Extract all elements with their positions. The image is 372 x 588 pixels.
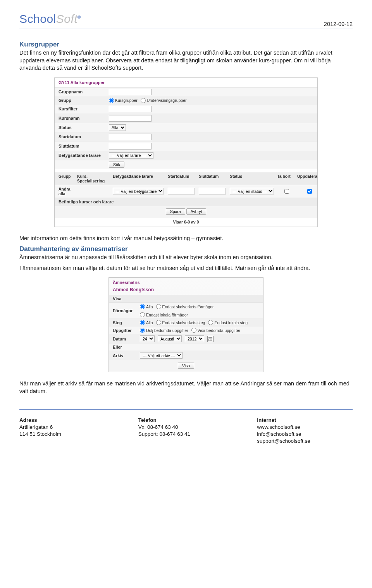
label-formagor: Förmågor <box>113 308 140 313</box>
header-rule <box>19 29 353 29</box>
screenshot-kursgrupper: GY11 Alla kursgrupper Gruppnamn Grupp Ku… <box>54 77 318 227</box>
th-grupp: Grupp <box>59 174 76 183</box>
footer-tel-1: Vx: 08-674 63 40 <box>138 424 234 431</box>
footer-adress-1: Artillerigatan 6 <box>19 424 115 431</box>
panel2-name: Ahmed Bengtsson <box>109 287 263 295</box>
radio-steg-alla[interactable]: Alla <box>140 320 153 325</box>
footer-tel-2: Support: 08-674 63 41 <box>138 431 234 438</box>
label-status: Status <box>59 125 109 130</box>
th-status: Status <box>230 174 276 183</box>
pager: Visar 0-0 av 0 <box>55 218 317 227</box>
label-eller: Eller <box>113 345 140 349</box>
th-slut: Slutdatum <box>199 174 228 183</box>
radio-uppg-dolj[interactable]: Dölj bedömda uppgifter <box>140 328 188 333</box>
label-betyg: Betygsättande lärare <box>59 153 109 158</box>
label-startdatum: Startdatum <box>59 134 109 139</box>
para-2: Mer information om detta finns inom kort… <box>19 235 353 242</box>
footer-net-2: info@schoolsoft.se <box>257 431 353 438</box>
input-startdatum[interactable] <box>109 134 152 140</box>
input-kursfilter[interactable] <box>109 106 152 112</box>
select-day[interactable]: 24 <box>140 335 155 342</box>
para-4: I ämnesmatrisen kan man välja ett datum … <box>19 265 353 272</box>
cell-andra-alla: Ändra alla <box>59 187 76 196</box>
label-datum: Datum <box>113 337 140 341</box>
radio-undervisningsgrupper[interactable]: Undervisningsgrupper <box>141 98 187 103</box>
select-row-status[interactable]: --- Välj en status --- <box>230 188 274 194</box>
table-row: Ändra alla --- Välj en betygsättare --- … <box>55 185 317 198</box>
label-grupp: Grupp <box>59 98 109 103</box>
section-befintliga: Befintliga kurser och lärare <box>55 198 317 206</box>
table-header: Grupp Kurs, Specialisering Betygsättande… <box>55 172 317 185</box>
section-visa: Visa <box>109 295 263 303</box>
label-kursfilter: Kursfilter <box>59 107 109 111</box>
para-1: Det finns en ny filtreringsfunktion där … <box>19 49 353 72</box>
th-tabort: Ta bort <box>277 174 296 183</box>
para-5: När man väljer ett arkiv så får man se m… <box>19 380 353 395</box>
logo-part1: School <box>19 12 56 25</box>
select-betygsattare[interactable]: --- Välj en betygsättare --- <box>113 188 164 194</box>
footer-net-h: Internet <box>257 417 353 424</box>
label-arkiv: Arkiv <box>113 353 140 358</box>
select-year[interactable]: 2012 <box>185 335 204 342</box>
label-uppgifter: Uppgifter <box>113 328 140 333</box>
logo-registered: ® <box>78 15 81 19</box>
input-slutdatum[interactable] <box>109 143 152 150</box>
document-date: 2012-09-12 <box>324 21 353 27</box>
heading-datumhantering: Datumhantering av ämnesmatriser <box>19 245 353 253</box>
radio-undervisningsgrupper-label: Undervisningsgrupper <box>147 98 187 103</box>
calendar-icon[interactable] <box>207 336 214 342</box>
footer-rule <box>19 409 353 410</box>
checkbox-uppdatera[interactable] <box>307 189 312 194</box>
th-kurs: Kurs, Specialisering <box>77 174 111 183</box>
panel2-title: Ämnesmatris <box>109 278 263 287</box>
th-betyg: Betygsättande lärare <box>113 174 166 183</box>
radio-steg-lokala[interactable]: Endast lokala steg <box>208 320 248 325</box>
input-row-start[interactable] <box>168 188 195 194</box>
radio-formagor-skolverket-label: Endast skolverkets förmågor <box>162 304 214 309</box>
radio-kursgrupper[interactable]: Kursgrupper <box>109 98 138 103</box>
radio-uppg-visa[interactable]: Visa bedömda uppgifter <box>191 328 241 333</box>
screenshot-amnesmatris: Ämnesmatris Ahmed Bengtsson Visa Förmågo… <box>108 277 264 372</box>
button-visa[interactable]: Visa <box>178 363 194 369</box>
radio-steg-lokala-label: Endast lokala steg <box>214 320 248 325</box>
th-uppdatera: Uppdatera <box>297 174 321 183</box>
footer: Adress Artillerigatan 6 114 51 Stockholm… <box>19 417 353 445</box>
radio-formagor-alla-label: Alla <box>146 304 153 309</box>
footer-adress-h: Adress <box>19 417 115 424</box>
input-gruppnamn[interactable] <box>109 89 152 95</box>
button-sok[interactable]: Sök <box>109 162 124 168</box>
input-row-slut[interactable] <box>199 188 226 194</box>
footer-tel-h: Telefon <box>138 417 234 424</box>
select-status[interactable]: Alla <box>109 124 126 131</box>
radio-formagor-lokala[interactable]: Endast lokala förmågor <box>140 312 188 317</box>
select-month[interactable]: Augusti <box>158 335 182 342</box>
label-steg: Steg <box>113 320 140 325</box>
label-gruppnamn: Gruppnamn <box>59 89 109 94</box>
radio-formagor-lokala-label: Endast lokala förmågor <box>146 313 188 317</box>
logo: SchoolSoft® <box>19 12 81 26</box>
panel-footer: Spara Avbryt <box>55 206 317 218</box>
panel2-footer: Visa <box>109 360 263 372</box>
footer-net-1: www.schoolsoft.se <box>257 424 353 431</box>
button-avbryt[interactable]: Avbryt <box>186 208 207 215</box>
heading-kursgrupper: Kursgrupper <box>19 41 353 48</box>
footer-adress-2: 114 51 Stockholm <box>19 431 115 438</box>
select-larare[interactable]: --- Välj en lärare --- <box>109 152 153 159</box>
checkbox-tabort[interactable] <box>284 189 289 194</box>
radio-steg-skolverket-label: Endast skolverkets steg <box>162 320 205 325</box>
radio-uppg-dolj-label: Dölj bedömda uppgifter <box>146 328 188 333</box>
th-start: Startdatum <box>168 174 197 183</box>
input-kursnamn[interactable] <box>109 115 152 122</box>
label-slutdatum: Slutdatum <box>59 144 109 148</box>
select-arkiv[interactable]: --- Välj ett arkiv --- <box>140 352 183 359</box>
button-spara[interactable]: Spara <box>166 208 185 215</box>
radio-steg-skolverket[interactable]: Endast skolverkets steg <box>156 320 205 325</box>
para-3: Ämnesmatriserna är nu anpassade till läs… <box>19 254 353 261</box>
logo-part2: Soft <box>56 12 78 25</box>
radio-steg-alla-label: Alla <box>146 320 153 325</box>
panel-title: GY11 Alla kursgrupper <box>55 78 317 88</box>
label-kursnamn: Kursnamn <box>59 116 109 120</box>
radio-formagor-skolverket[interactable]: Endast skolverkets förmågor <box>156 304 214 309</box>
radio-formagor-alla[interactable]: Alla <box>140 304 153 309</box>
footer-net-3: support@schoolsoft.se <box>257 438 353 445</box>
